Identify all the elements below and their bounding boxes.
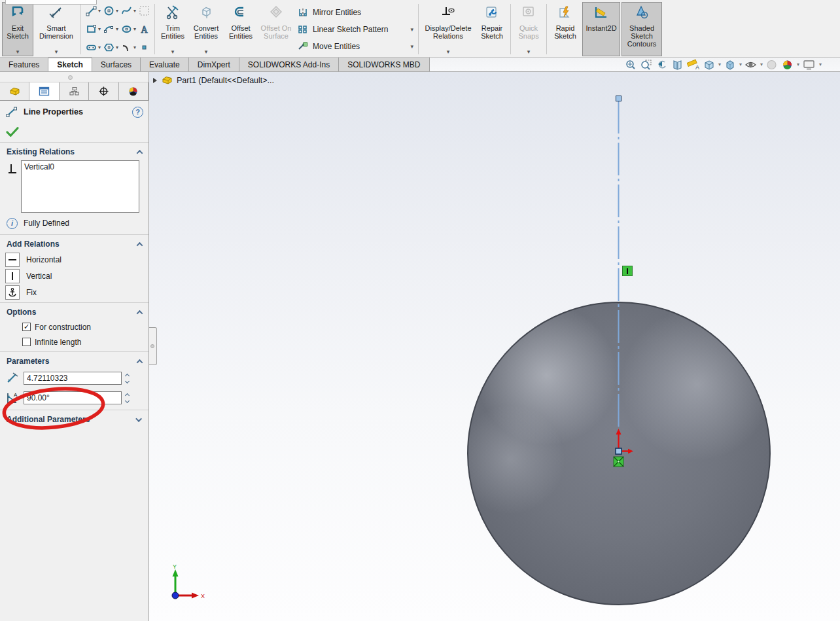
tab-dimxpert[interactable]: DimXpert <box>189 58 239 71</box>
instant2d-button[interactable]: Instant2D <box>582 2 620 56</box>
shaded-sketch-contours-button[interactable]: Shaded Sketch Contours <box>621 2 662 56</box>
view-orientation-icon[interactable] <box>702 58 716 71</box>
add-horizontal-button[interactable]: Horizontal <box>0 251 149 268</box>
tab-propertymanager[interactable] <box>29 82 59 100</box>
display-style-icon[interactable] <box>723 58 737 71</box>
feature-tree-flyout[interactable]: Part1 (Default<<Default>... <box>153 75 274 85</box>
collapse-chevron-icon[interactable] <box>137 310 143 316</box>
ellipse-caret-icon[interactable]: ▾ <box>133 26 136 32</box>
relations-listbox[interactable]: Vertical0 <box>21 160 139 213</box>
tab-features[interactable]: Features <box>0 58 48 71</box>
zoom-to-area-icon[interactable] <box>639 58 653 71</box>
for-construction-checkbox[interactable]: ✓ <box>22 323 31 331</box>
spline-tool-button[interactable]: ▾ <box>120 3 137 19</box>
offset-entities-button[interactable]: Offset Entities <box>224 2 257 56</box>
smart-dimension-button[interactable]: Smart Dimension ▾ <box>35 2 78 56</box>
relation-item[interactable]: Vertical0 <box>24 162 136 171</box>
linear-sketch-pattern-caret-icon[interactable]: ▾ <box>411 26 414 33</box>
collapse-chevron-icon[interactable] <box>137 241 143 248</box>
ellipse-tool-button[interactable]: ▾ <box>120 21 137 37</box>
vertical-relation-badge[interactable] <box>622 266 633 276</box>
tab-solidworks-mbd[interactable]: SOLIDWORKS MBD <box>339 58 429 71</box>
slot-caret-icon[interactable]: ▾ <box>98 44 101 50</box>
tab-sketch[interactable]: Sketch <box>48 58 92 71</box>
display-delete-relations-button[interactable]: Display/Delete Relations ▾ <box>421 2 475 56</box>
add-vertical-button[interactable]: Vertical <box>0 268 149 284</box>
sketch-origin[interactable] <box>601 425 640 469</box>
help-icon[interactable]: ? <box>132 107 143 118</box>
angle-input[interactable] <box>24 391 122 404</box>
rapid-sketch-button[interactable]: Rapid Sketch <box>550 2 581 56</box>
for-construction-row[interactable]: ✓ For construction <box>0 319 149 334</box>
tab-evaluate[interactable]: Evaluate <box>141 58 189 71</box>
tab-solidworks-addins[interactable]: SOLIDWORKS Add-Ins <box>239 58 339 71</box>
trim-entities-caret-icon[interactable]: ▾ <box>171 49 175 55</box>
angle-spinner[interactable] <box>126 394 129 402</box>
tab-dimxpertmanager[interactable] <box>89 82 118 100</box>
apply-scene-caret-icon[interactable]: ▾ <box>797 62 799 67</box>
display-delete-relations-caret-icon[interactable]: ▾ <box>447 49 450 55</box>
view-settings-icon[interactable] <box>801 58 816 71</box>
convert-entities-caret-icon[interactable]: ▾ <box>205 49 208 55</box>
options-header[interactable]: Options <box>0 305 149 319</box>
text-tool-button[interactable]: A <box>137 21 151 37</box>
collapse-chevron-icon[interactable] <box>137 359 143 365</box>
infinite-length-checkbox[interactable] <box>22 338 31 346</box>
line-caret-icon[interactable]: ▾ <box>98 8 101 14</box>
apply-scene-icon[interactable] <box>780 58 794 71</box>
view-orientation-caret-icon[interactable]: ▾ <box>718 62 721 67</box>
tab-configurationmanager[interactable] <box>60 82 89 100</box>
fillet-tool-button[interactable]: ▾ <box>120 39 137 55</box>
panel-collapse-handle[interactable] <box>149 327 157 365</box>
add-fix-button[interactable]: Fix <box>0 284 149 300</box>
zoom-to-fit-icon[interactable] <box>623 58 637 71</box>
tab-displaymanager[interactable] <box>119 82 149 100</box>
polygon-tool-button[interactable]: ▾ <box>102 39 120 55</box>
linear-sketch-pattern-button[interactable]: Linear Sketch Pattern ▾ <box>297 21 413 38</box>
hide-show-items-icon[interactable] <box>744 58 758 71</box>
existing-relations-header[interactable]: Existing Relations <box>0 145 149 159</box>
rectangle-tool-button[interactable]: ▾ <box>84 21 102 37</box>
exit-sketch-caret-icon[interactable]: ▾ <box>16 49 20 55</box>
hide-show-items-caret-icon[interactable]: ▾ <box>760 62 763 67</box>
circle-caret-icon[interactable]: ▾ <box>116 8 118 14</box>
repair-sketch-button[interactable]: Repair Sketch <box>476 2 508 56</box>
point-tool-button[interactable] <box>137 39 151 55</box>
polygon-caret-icon[interactable]: ▾ <box>116 44 118 50</box>
collapse-chevron-icon[interactable] <box>137 149 143 156</box>
line-top-endpoint[interactable] <box>616 96 621 101</box>
arc-caret-icon[interactable]: ▾ <box>116 26 118 32</box>
view-settings-caret-icon[interactable]: ▾ <box>819 62 822 67</box>
mirror-entities-button[interactable]: Mirror Entities <box>297 4 413 21</box>
circle-tool-button[interactable]: ▾ <box>102 3 120 19</box>
measure-icon[interactable]: A <box>686 58 700 71</box>
add-relations-header[interactable]: Add Relations <box>0 237 149 251</box>
trim-entities-button[interactable]: Trim Entities ▾ <box>158 2 188 56</box>
tree-expand-icon[interactable] <box>153 78 157 83</box>
panel-splitter[interactable] <box>0 72 149 82</box>
exit-sketch-button[interactable]: Exit Sketch ▾ <box>2 2 33 56</box>
line-tool-button[interactable]: ▾ <box>84 3 102 19</box>
parameters-header[interactable]: Parameters <box>0 354 149 368</box>
section-view-icon[interactable] <box>671 58 684 71</box>
expand-chevron-icon[interactable] <box>135 416 142 422</box>
tab-surfaces[interactable]: Surfaces <box>92 58 141 71</box>
length-input[interactable] <box>24 372 122 385</box>
length-spinner[interactable] <box>126 374 129 383</box>
ok-button[interactable] <box>0 123 149 140</box>
spline-caret-icon[interactable]: ▾ <box>133 8 136 14</box>
fillet-caret-icon[interactable]: ▾ <box>133 44 136 50</box>
arc-tool-button[interactable]: ▾ <box>102 21 120 37</box>
tab-featuremanager[interactable] <box>0 82 29 100</box>
smart-dimension-caret-icon[interactable]: ▾ <box>55 49 58 55</box>
previous-view-icon[interactable] <box>655 58 669 71</box>
move-entities-button[interactable]: Move Entities ▾ <box>297 38 413 55</box>
graphics-viewport[interactable]: Part1 (Default<<Default>... <box>149 72 840 621</box>
infinite-length-row[interactable]: Infinite length <box>0 334 149 349</box>
slot-tool-button[interactable]: ▾ <box>84 39 102 55</box>
convert-entities-button[interactable]: Convert Entities ▾ <box>189 2 223 56</box>
rectangle-caret-icon[interactable]: ▾ <box>98 26 101 32</box>
display-style-caret-icon[interactable]: ▾ <box>739 62 742 67</box>
move-entities-caret-icon[interactable]: ▾ <box>411 43 414 50</box>
additional-parameters-header[interactable]: Additional Parameters <box>0 412 149 427</box>
